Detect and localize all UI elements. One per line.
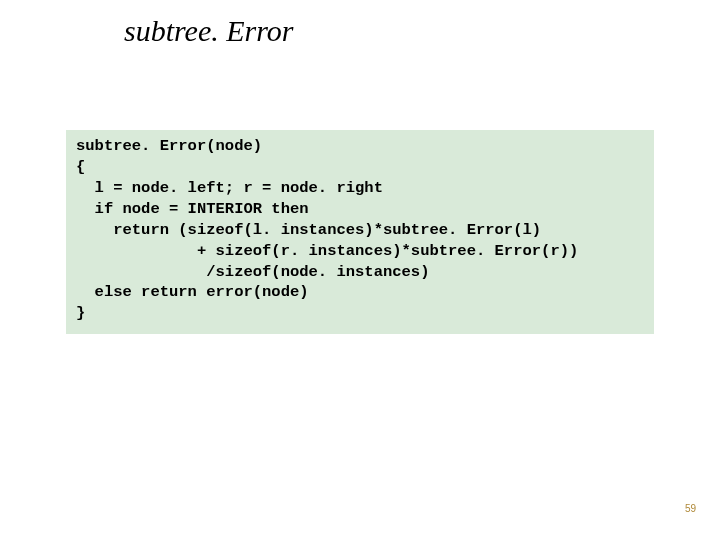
code-line: } (76, 304, 85, 322)
slide: subtree. Error subtree. Error(node) { l … (0, 0, 720, 540)
code-block: subtree. Error(node) { l = node. left; r… (66, 130, 654, 334)
code-line: if node = INTERIOR then (76, 200, 309, 218)
code-line: subtree. Error(node) (76, 137, 262, 155)
code-line: /sizeof(node. instances) (76, 263, 429, 281)
code-line: else return error(node) (76, 283, 309, 301)
code-line: + sizeof(r. instances)*subtree. Error(r)… (76, 242, 578, 260)
code-line: l = node. left; r = node. right (76, 179, 383, 197)
code-line: { (76, 158, 85, 176)
code-line: return (sizeof(l. instances)*subtree. Er… (76, 221, 541, 239)
slide-title: subtree. Error (124, 14, 293, 48)
page-number: 59 (685, 503, 696, 514)
